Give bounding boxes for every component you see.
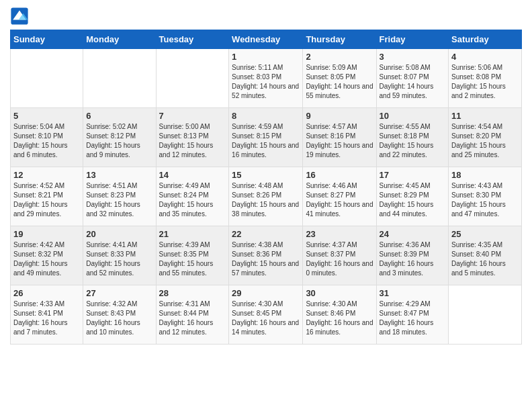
day-info: Sunrise: 4:36 AMSunset: 8:39 PMDaylight:…	[380, 241, 434, 277]
calendar-cell: 7Sunrise: 5:00 AMSunset: 8:13 PMDaylight…	[156, 108, 229, 167]
weekday-header-saturday: Saturday	[449, 30, 522, 49]
day-number: 29	[232, 288, 300, 298]
day-info: Sunrise: 4:41 AMSunset: 8:33 PMDaylight:…	[86, 241, 140, 277]
logo	[10, 7, 30, 26]
calendar-week-1: 1Sunrise: 5:11 AMSunset: 8:03 PMDaylight…	[11, 49, 522, 108]
day-info: Sunrise: 4:33 AMSunset: 8:41 PMDaylight:…	[13, 300, 68, 336]
day-info: Sunrise: 4:31 AMSunset: 8:44 PMDaylight:…	[159, 300, 214, 336]
day-info: Sunrise: 5:00 AMSunset: 8:13 PMDaylight:…	[159, 123, 214, 158]
calendar-table: SundayMondayTuesdayWednesdayThursdayFrid…	[10, 30, 522, 345]
calendar-cell: 15Sunrise: 4:48 AMSunset: 8:26 PMDayligh…	[229, 167, 303, 226]
calendar-cell: 25Sunrise: 4:35 AMSunset: 8:40 PMDayligh…	[449, 226, 522, 285]
day-number: 9	[306, 111, 373, 121]
day-number: 10	[380, 111, 446, 121]
day-number: 20	[86, 229, 152, 239]
calendar-cell	[449, 285, 522, 345]
calendar-cell: 9Sunrise: 4:57 AMSunset: 8:16 PMDaylight…	[303, 108, 376, 167]
weekday-row: SundayMondayTuesdayWednesdayThursdayFrid…	[11, 30, 522, 49]
weekday-header-monday: Monday	[83, 30, 156, 49]
day-number: 11	[451, 111, 519, 121]
day-info: Sunrise: 5:04 AMSunset: 8:10 PMDaylight:…	[13, 123, 68, 158]
day-info: Sunrise: 4:55 AMSunset: 8:18 PMDaylight:…	[380, 123, 434, 158]
day-info: Sunrise: 4:48 AMSunset: 8:26 PMDaylight:…	[232, 182, 299, 218]
day-number: 12	[13, 170, 80, 180]
calendar-cell: 27Sunrise: 4:32 AMSunset: 8:43 PMDayligh…	[83, 285, 156, 345]
calendar-cell: 17Sunrise: 4:45 AMSunset: 8:29 PMDayligh…	[376, 167, 449, 226]
calendar-cell: 28Sunrise: 4:31 AMSunset: 8:44 PMDayligh…	[156, 285, 229, 345]
day-number: 19	[13, 229, 80, 239]
day-info: Sunrise: 4:43 AMSunset: 8:30 PMDaylight:…	[451, 182, 506, 218]
day-info: Sunrise: 4:37 AMSunset: 8:37 PMDaylight:…	[306, 241, 373, 277]
calendar-cell: 14Sunrise: 4:49 AMSunset: 8:24 PMDayligh…	[156, 167, 229, 226]
day-number: 25	[451, 229, 519, 239]
day-info: Sunrise: 4:46 AMSunset: 8:27 PMDaylight:…	[306, 182, 373, 218]
day-number: 15	[232, 170, 300, 180]
weekday-header-thursday: Thursday	[303, 30, 376, 49]
day-number: 16	[306, 170, 373, 180]
calendar-cell: 18Sunrise: 4:43 AMSunset: 8:30 PMDayligh…	[449, 167, 522, 226]
calendar-cell: 19Sunrise: 4:42 AMSunset: 8:32 PMDayligh…	[11, 226, 83, 285]
day-number: 28	[159, 288, 226, 298]
day-number: 3	[380, 52, 446, 62]
calendar-cell: 11Sunrise: 4:54 AMSunset: 8:20 PMDayligh…	[449, 108, 522, 167]
day-number: 24	[380, 229, 446, 239]
day-number: 1	[232, 52, 300, 62]
calendar-week-5: 26Sunrise: 4:33 AMSunset: 8:41 PMDayligh…	[11, 285, 522, 345]
page: SundayMondayTuesdayWednesdayThursdayFrid…	[0, 0, 532, 355]
day-info: Sunrise: 4:59 AMSunset: 8:15 PMDaylight:…	[232, 123, 299, 158]
weekday-header-sunday: Sunday	[11, 30, 83, 49]
day-info: Sunrise: 4:54 AMSunset: 8:20 PMDaylight:…	[451, 123, 506, 158]
day-number: 7	[159, 111, 226, 121]
calendar-cell: 21Sunrise: 4:39 AMSunset: 8:35 PMDayligh…	[156, 226, 229, 285]
calendar-cell: 5Sunrise: 5:04 AMSunset: 8:10 PMDaylight…	[11, 108, 83, 167]
day-info: Sunrise: 4:30 AMSunset: 8:45 PMDaylight:…	[232, 300, 299, 336]
calendar-cell: 4Sunrise: 5:06 AMSunset: 8:08 PMDaylight…	[449, 49, 522, 108]
day-info: Sunrise: 5:11 AMSunset: 8:03 PMDaylight:…	[232, 64, 299, 99]
day-number: 18	[451, 170, 519, 180]
calendar-cell: 30Sunrise: 4:30 AMSunset: 8:46 PMDayligh…	[303, 285, 376, 345]
header	[10, 7, 522, 26]
day-info: Sunrise: 4:39 AMSunset: 8:35 PMDaylight:…	[159, 241, 214, 277]
day-info: Sunrise: 4:30 AMSunset: 8:46 PMDaylight:…	[306, 300, 373, 336]
day-info: Sunrise: 4:51 AMSunset: 8:23 PMDaylight:…	[86, 182, 140, 218]
calendar-cell	[83, 49, 156, 108]
day-number: 17	[380, 170, 446, 180]
day-number: 22	[232, 229, 300, 239]
calendar-cell: 13Sunrise: 4:51 AMSunset: 8:23 PMDayligh…	[83, 167, 156, 226]
calendar-cell: 23Sunrise: 4:37 AMSunset: 8:37 PMDayligh…	[303, 226, 376, 285]
calendar-week-4: 19Sunrise: 4:42 AMSunset: 8:32 PMDayligh…	[11, 226, 522, 285]
calendar-cell: 10Sunrise: 4:55 AMSunset: 8:18 PMDayligh…	[376, 108, 449, 167]
day-info: Sunrise: 5:09 AMSunset: 8:05 PMDaylight:…	[306, 64, 373, 99]
calendar-cell	[11, 49, 83, 108]
calendar-header: SundayMondayTuesdayWednesdayThursdayFrid…	[11, 30, 522, 49]
day-number: 14	[159, 170, 226, 180]
calendar-cell: 22Sunrise: 4:38 AMSunset: 8:36 PMDayligh…	[229, 226, 303, 285]
calendar-week-2: 5Sunrise: 5:04 AMSunset: 8:10 PMDaylight…	[11, 108, 522, 167]
day-info: Sunrise: 4:32 AMSunset: 8:43 PMDaylight:…	[86, 300, 140, 336]
day-info: Sunrise: 4:35 AMSunset: 8:40 PMDaylight:…	[451, 241, 506, 277]
day-info: Sunrise: 4:49 AMSunset: 8:24 PMDaylight:…	[159, 182, 214, 218]
day-info: Sunrise: 4:52 AMSunset: 8:21 PMDaylight:…	[13, 182, 68, 218]
day-info: Sunrise: 4:29 AMSunset: 8:47 PMDaylight:…	[380, 300, 434, 336]
calendar-cell: 24Sunrise: 4:36 AMSunset: 8:39 PMDayligh…	[376, 226, 449, 285]
calendar-cell: 16Sunrise: 4:46 AMSunset: 8:27 PMDayligh…	[303, 167, 376, 226]
day-number: 6	[86, 111, 152, 121]
logo-icon	[10, 7, 29, 26]
calendar-cell: 8Sunrise: 4:59 AMSunset: 8:15 PMDaylight…	[229, 108, 303, 167]
calendar-cell: 31Sunrise: 4:29 AMSunset: 8:47 PMDayligh…	[376, 285, 449, 345]
calendar-cell: 3Sunrise: 5:08 AMSunset: 8:07 PMDaylight…	[376, 49, 449, 108]
day-number: 8	[232, 111, 300, 121]
day-info: Sunrise: 5:08 AMSunset: 8:07 PMDaylight:…	[380, 64, 434, 99]
calendar-cell: 20Sunrise: 4:41 AMSunset: 8:33 PMDayligh…	[83, 226, 156, 285]
day-number: 4	[451, 52, 519, 62]
day-info: Sunrise: 4:38 AMSunset: 8:36 PMDaylight:…	[232, 241, 299, 277]
day-info: Sunrise: 4:42 AMSunset: 8:32 PMDaylight:…	[13, 241, 68, 277]
calendar-cell: 2Sunrise: 5:09 AMSunset: 8:05 PMDaylight…	[303, 49, 376, 108]
weekday-header-friday: Friday	[376, 30, 449, 49]
calendar-cell: 26Sunrise: 4:33 AMSunset: 8:41 PMDayligh…	[11, 285, 83, 345]
day-number: 31	[380, 288, 446, 298]
day-info: Sunrise: 5:06 AMSunset: 8:08 PMDaylight:…	[451, 64, 506, 99]
calendar-cell: 1Sunrise: 5:11 AMSunset: 8:03 PMDaylight…	[229, 49, 303, 108]
day-number: 5	[13, 111, 80, 121]
weekday-header-wednesday: Wednesday	[229, 30, 303, 49]
